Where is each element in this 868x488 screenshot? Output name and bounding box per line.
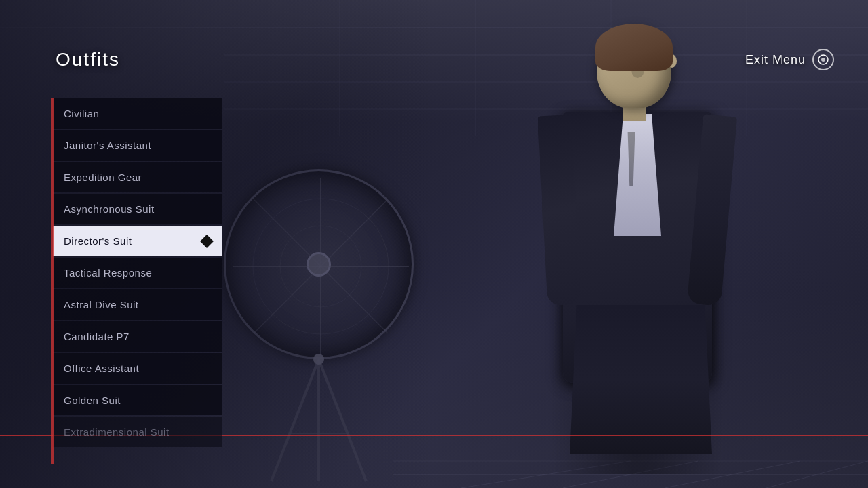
outfit-item-tactical-response[interactable]: Tactical Response xyxy=(53,258,222,288)
panel-left-accent-bar xyxy=(51,98,54,464)
exit-menu-icon xyxy=(812,49,834,70)
outfit-item-asynchronous-suit[interactable]: Asynchronous Suit xyxy=(53,194,222,224)
character-figure xyxy=(522,14,760,474)
outfit-item-civilian[interactable]: Civilian xyxy=(53,98,222,129)
outfit-item-label-tactical-response: Tactical Response xyxy=(64,267,152,279)
selected-diamond-icon xyxy=(200,235,214,248)
outfit-item-label-civilian: Civilian xyxy=(64,108,99,119)
svg-line-5 xyxy=(321,266,387,333)
svg-line-12 xyxy=(319,359,366,481)
svg-line-6 xyxy=(254,266,321,333)
outfit-item-directors-suit[interactable]: Director's Suit xyxy=(53,226,222,256)
char-skirt xyxy=(570,305,712,454)
outfit-item-label-golden-suit: Golden Suit xyxy=(64,394,121,406)
outfit-item-extradimensional-suit[interactable]: Extradimensional Suit xyxy=(53,417,222,447)
page-title: Outfits xyxy=(56,49,120,70)
tripod xyxy=(251,339,387,488)
outfit-item-office-assistant[interactable]: Office Assistant xyxy=(53,353,222,384)
exit-menu-label: Exit Menu xyxy=(745,53,806,67)
outfit-item-label-expedition-gear: Expedition Gear xyxy=(64,171,142,183)
outfit-item-label-directors-suit: Director's Suit xyxy=(64,235,132,247)
svg-point-13 xyxy=(313,354,324,365)
outfit-item-label-janitors-assistant: Janitor's Assistant xyxy=(64,140,151,151)
exit-menu-button[interactable]: Exit Menu xyxy=(745,49,834,70)
svg-line-7 xyxy=(254,200,321,266)
svg-line-10 xyxy=(271,359,319,481)
outfit-item-label-candidate-p7: Candidate P7 xyxy=(64,331,130,342)
outfit-item-label-astral-dive-suit: Astral Dive Suit xyxy=(64,299,139,310)
outfit-item-candidate-p7[interactable]: Candidate P7 xyxy=(53,321,222,352)
svg-point-22 xyxy=(821,58,825,62)
page-title-text: Outfits xyxy=(56,49,120,70)
outfit-item-label-extradimensional-suit: Extradimensional Suit xyxy=(64,426,170,438)
outfit-item-label-office-assistant: Office Assistant xyxy=(64,363,139,374)
outfit-item-janitors-assistant[interactable]: Janitor's Assistant xyxy=(53,130,222,161)
industrial-fan xyxy=(224,169,414,359)
char-hair xyxy=(595,24,673,71)
outfit-item-golden-suit[interactable]: Golden Suit xyxy=(53,385,222,415)
outfit-item-expedition-gear[interactable]: Expedition Gear xyxy=(53,162,222,192)
outfit-panel: CivilianJanitor's AssistantExpedition Ge… xyxy=(53,98,222,447)
svg-line-4 xyxy=(321,200,387,266)
outfit-item-label-asynchronous-suit: Asynchronous Suit xyxy=(64,203,155,215)
outfit-item-astral-dive-suit[interactable]: Astral Dive Suit xyxy=(53,289,222,320)
